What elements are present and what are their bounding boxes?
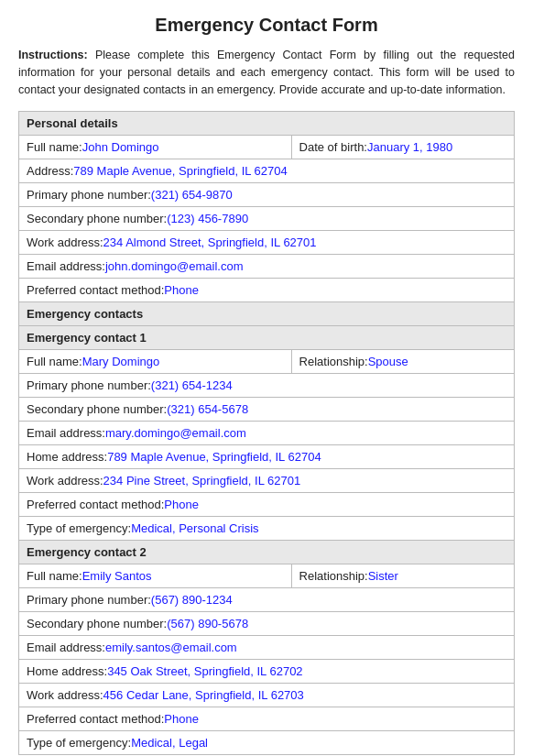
contact2-home-address-value: 345 Oak Street, Springfield, IL 62702 [107,664,302,678]
contact1-primary-phone-label: Primary phone number: [27,378,151,392]
personal-work-address-row: Work address:234 Almond Street, Springfi… [19,231,515,255]
personal-secondary-phone-row: Secondary phone number:(123) 456-7890 [19,207,515,231]
form-table: Personal details Full name:John Domingo … [18,111,515,755]
contact1-emergency-type-label: Type of emergency: [27,521,131,535]
contact1-home-address-label: Home address: [27,450,107,464]
personal-email-value: john.domingo@email.com [105,259,244,273]
personal-full-name-value: John Domingo [82,140,159,154]
contact2-email-row: Email address:emily.santos@email.com [19,636,515,660]
contact1-home-address-cell: Home address:789 Maple Avenue, Springfie… [19,445,515,469]
contact2-emergency-type-cell: Type of emergency:Medical, Legal [19,731,515,755]
contact2-work-address-cell: Work address:456 Cedar Lane, Springfield… [19,684,515,707]
personal-details-header-row: Personal details [19,112,515,136]
contact2-primary-phone-row: Primary phone number:(567) 890-1234 [19,588,515,612]
contact1-work-address-value: 234 Pine Street, Springfield, IL 62701 [103,474,301,488]
contact1-email-row: Email address:mary.domingo@email.com [19,422,515,445]
contact2-header: Emergency contact 2 [19,541,515,564]
contact1-name-rel-row: Full name:Mary Domingo Relationship:Spou… [19,350,515,374]
contact1-relationship-label: Relationship: [299,355,368,368]
contact2-primary-phone-cell: Primary phone number:(567) 890-1234 [19,588,515,612]
contact1-secondary-phone-value: (321) 654-5678 [167,402,248,416]
contact2-contact-method-value: Phone [164,712,199,726]
personal-dob-label: Date of birth: [299,140,367,154]
contact1-relationship-cell: Relationship:Spouse [291,350,514,374]
contact1-full-name-value: Mary Domingo [82,355,160,368]
contact1-full-name-cell: Full name:Mary Domingo [19,350,292,374]
contact2-header-row: Emergency contact 2 [19,541,515,564]
contact2-primary-phone-label: Primary phone number: [27,593,151,607]
contact2-home-address-row: Home address:345 Oak Street, Springfield… [19,660,515,684]
emergency-contacts-header-row: Emergency contacts [19,302,515,326]
personal-full-name-label: Full name: [27,140,82,154]
contact1-email-label: Email address: [27,426,105,440]
instructions-label: Instructions: [18,49,88,61]
contact1-work-address-label: Work address: [27,474,103,488]
personal-dob-cell: Date of birth:January 1, 1980 [291,136,514,159]
personal-secondary-phone-value: (123) 456-7890 [167,212,248,225]
contact2-relationship-cell: Relationship:Sister [291,564,514,588]
personal-work-address-cell: Work address:234 Almond Street, Springfi… [19,231,515,255]
contact2-primary-phone-value: (567) 890-1234 [151,593,233,607]
contact2-full-name-value: Emily Santos [82,569,152,583]
contact1-header: Emergency contact 1 [19,326,515,350]
personal-primary-phone-cell: Primary phone number:(321) 654-9870 [19,183,515,207]
contact1-secondary-phone-cell: Secondary phone number:(321) 654-5678 [19,398,515,422]
contact1-full-name-label: Full name: [27,355,82,368]
contact1-header-row: Emergency contact 1 [19,326,515,350]
contact1-emergency-type-cell: Type of emergency:Medical, Personal Cris… [19,517,515,541]
personal-work-address-value: 234 Almond Street, Springfield, IL 62701 [103,236,317,249]
contact2-contact-method-label: Preferred contact method: [27,712,164,726]
personal-address-cell: Address:789 Maple Avenue, Springfield, I… [19,159,515,183]
contact2-full-name-label: Full name: [27,569,82,583]
contact1-emergency-type-row: Type of emergency:Medical, Personal Cris… [19,517,515,541]
personal-details-header: Personal details [19,112,515,136]
contact2-emergency-type-label: Type of emergency: [27,736,131,750]
personal-address-value: 789 Maple Avenue, Springfield, IL 62704 [73,164,287,178]
contact1-work-address-row: Work address:234 Pine Street, Springfiel… [19,469,515,493]
personal-primary-phone-label: Primary phone number: [27,188,151,202]
contact1-work-address-cell: Work address:234 Pine Street, Springfiel… [19,469,515,493]
contact1-secondary-phone-row: Secondary phone number:(321) 654-5678 [19,398,515,422]
contact2-work-address-value: 456 Cedar Lane, Springfield, IL 62703 [103,688,304,702]
contact2-emergency-type-value: Medical, Legal [131,736,208,750]
personal-work-address-label: Work address: [27,236,103,249]
personal-secondary-phone-cell: Secondary phone number:(123) 456-7890 [19,207,515,231]
contact2-contact-method-row: Preferred contact method:Phone [19,707,515,731]
contact1-home-address-value: 789 Maple Avenue, Springfield, IL 62704 [107,450,321,464]
contact2-email-label: Email address: [27,641,105,654]
contact2-email-value: emily.santos@email.com [105,641,237,654]
personal-address-label: Address: [27,164,73,178]
personal-email-row: Email address:john.domingo@email.com [19,255,515,279]
contact2-secondary-phone-label: Secondary phone number: [27,617,167,630]
contact1-primary-phone-row: Primary phone number:(321) 654-1234 [19,374,515,398]
contact2-name-rel-row: Full name:Emily Santos Relationship:Sist… [19,564,515,588]
contact2-secondary-phone-value: (567) 890-5678 [167,617,248,630]
contact2-work-address-label: Work address: [27,688,103,702]
emergency-contacts-header: Emergency contacts [19,302,515,326]
contact2-work-address-row: Work address:456 Cedar Lane, Springfield… [19,684,515,707]
personal-contact-method-cell: Preferred contact method:Phone [19,279,515,302]
contact1-primary-phone-value: (321) 654-1234 [151,378,233,392]
contact1-relationship-value: Spouse [368,355,408,368]
contact1-email-value: mary.domingo@email.com [105,426,246,440]
contact2-email-cell: Email address:emily.santos@email.com [19,636,515,660]
contact2-relationship-label: Relationship: [299,569,368,583]
contact1-emergency-type-value: Medical, Personal Crisis [131,521,258,535]
personal-name-dob-row: Full name:John Domingo Date of birth:Jan… [19,136,515,159]
page-title: Emergency Contact Form [18,15,515,36]
contact2-home-address-label: Home address: [27,664,107,678]
contact2-emergency-type-row: Type of emergency:Medical, Legal [19,731,515,755]
contact1-contact-method-label: Preferred contact method: [27,498,164,511]
personal-contact-method-value: Phone [164,283,199,297]
contact2-secondary-phone-cell: Secondary phone number:(567) 890-5678 [19,612,515,636]
personal-dob-value: January 1, 1980 [367,140,452,154]
contact1-home-address-row: Home address:789 Maple Avenue, Springfie… [19,445,515,469]
personal-address-row: Address:789 Maple Avenue, Springfield, I… [19,159,515,183]
contact2-relationship-value: Sister [368,569,398,583]
contact1-contact-method-value: Phone [164,498,199,511]
personal-contact-method-label: Preferred contact method: [27,283,164,297]
personal-email-label: Email address: [27,259,105,273]
personal-primary-phone-row: Primary phone number:(321) 654-9870 [19,183,515,207]
personal-full-name-cell: Full name:John Domingo [19,136,292,159]
contact1-primary-phone-cell: Primary phone number:(321) 654-1234 [19,374,515,398]
